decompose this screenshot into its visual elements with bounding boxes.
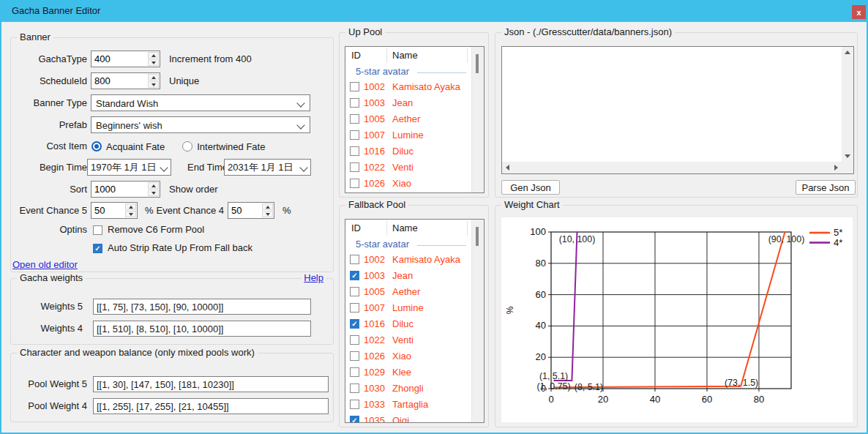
end-time-picker[interactable]: 2031年 1月 1日 [224, 159, 311, 176]
up-pool-scrollbar[interactable] [471, 47, 484, 192]
weights-4-input[interactable] [93, 321, 311, 337]
row-checkbox[interactable] [350, 335, 359, 345]
spinner-down-button[interactable] [125, 211, 136, 217]
row-checkbox[interactable] [350, 162, 359, 172]
spinner-down-button[interactable] [148, 81, 159, 88]
close-button[interactable]: x [852, 5, 866, 19]
row-checkbox[interactable] [350, 303, 359, 313]
row-checkbox[interactable] [350, 98, 359, 108]
row-checkbox[interactable] [350, 255, 359, 264]
row-checkbox[interactable]: ✓ [350, 416, 359, 422]
pool-row[interactable]: 1007Lumine [345, 300, 472, 316]
row-checkbox[interactable] [350, 351, 359, 361]
begin-time-picker[interactable]: 1970年 1月 1日 [87, 159, 171, 176]
row-checkbox[interactable]: ✓ [350, 319, 359, 329]
pool-row[interactable]: 1022Venti [345, 160, 472, 176]
up-pool-group-title: Up Pool [345, 26, 385, 37]
spinner-up-button[interactable] [148, 74, 159, 81]
gacha-weights-group-title: Gacha weights [17, 272, 86, 283]
pool-row[interactable]: 1030Zhongli [345, 381, 472, 397]
pool-row[interactable]: 1002Kamisato Ayaka [345, 79, 472, 95]
spinner-up-button[interactable] [148, 52, 159, 59]
schedule-id-stepper[interactable] [91, 72, 160, 89]
remove-c6-checkbox[interactable] [93, 225, 102, 235]
scrollbar-thumb[interactable] [476, 227, 479, 246]
row-checkbox[interactable] [350, 130, 359, 140]
pool-row[interactable]: 1033Tartaglia [345, 397, 472, 413]
row-checkbox[interactable] [350, 82, 359, 91]
spinner-up-button[interactable] [262, 203, 273, 210]
scroll-left-icon[interactable] [506, 165, 509, 171]
auto-strip-label[interactable]: Auto Strip Rate Up From Fall back [108, 242, 252, 255]
x-tick-label: 0 [548, 394, 553, 405]
banner-type-select[interactable]: Standard Wish [91, 94, 310, 111]
fallback-pool-list[interactable]: IDName5-star avatar1002Kamisato Ayaka✓10… [345, 219, 484, 423]
pool-row[interactable]: ✓1016Diluc [345, 316, 472, 332]
event-chance-4-stepper[interactable] [228, 202, 274, 219]
row-checkbox[interactable] [350, 287, 359, 296]
row-name: Lumine [392, 302, 424, 313]
gacha-weights-group: Gacha weights Help Weights 5 Weights 4 [10, 278, 334, 345]
event-chance-5-input[interactable] [91, 203, 127, 218]
pool-row[interactable]: 1002Kamisato Ayaka [345, 252, 472, 268]
event-chance-5-stepper[interactable] [91, 202, 138, 219]
pool-row[interactable]: 1029Klee [345, 364, 472, 381]
auto-strip-checkbox[interactable]: ✓ [93, 244, 102, 253]
spinner-down-button[interactable] [262, 211, 273, 217]
open-old-editor-link[interactable]: Open old editor [12, 259, 78, 270]
sort-stepper[interactable] [91, 181, 160, 198]
row-checkbox[interactable] [350, 400, 359, 409]
pool-weight-4-input[interactable] [93, 398, 329, 414]
radio-intertwined-fate[interactable] [182, 141, 192, 151]
scroll-up-icon[interactable] [845, 50, 850, 54]
json-hscrollbar[interactable] [502, 162, 842, 173]
sort-input[interactable] [91, 182, 150, 197]
row-checkbox[interactable] [350, 367, 359, 377]
title-bar[interactable]: Gacha Banner Editor x [0, 0, 868, 22]
weights-5-input[interactable] [93, 299, 311, 315]
json-vscrollbar[interactable] [842, 47, 853, 162]
prefab-select[interactable]: Beginners' wish [91, 116, 310, 133]
pool-weight-5-input[interactable] [93, 376, 329, 392]
up-pool-list[interactable]: IDName5-star avatar1002Kamisato Ayaka100… [345, 46, 484, 193]
pool-row[interactable]: 1005Aether [345, 284, 472, 300]
pool-row[interactable]: ✓1003Jean [345, 268, 472, 284]
scroll-right-icon[interactable] [834, 165, 838, 171]
pool-row[interactable]: ✓1035Qiqi [345, 413, 472, 422]
pool-col-header-id[interactable]: ID [351, 222, 361, 233]
pool-col-header-name[interactable]: Name [392, 222, 418, 233]
spinner-down-button[interactable] [148, 59, 159, 66]
pool-row[interactable]: 1026Xiao [345, 176, 472, 192]
pool-col-header-name[interactable]: Name [392, 50, 418, 61]
parse-json-button[interactable]: Parse Json [796, 180, 856, 195]
scrollbar-thumb[interactable] [476, 54, 479, 73]
row-checkbox[interactable]: ✓ [350, 271, 359, 280]
radio-intertwined-fate-label[interactable]: Intertwined Fate [197, 141, 265, 152]
row-checkbox[interactable] [350, 179, 359, 188]
pool-row[interactable]: 1022Venti [345, 332, 472, 348]
row-checkbox[interactable] [350, 146, 359, 156]
row-checkbox[interactable] [350, 384, 359, 393]
radio-acquaint-fate-label[interactable]: Acquaint Fate [106, 141, 165, 152]
scroll-down-icon[interactable] [845, 154, 850, 158]
pool-row[interactable]: 1016Diluc [345, 143, 472, 160]
spinner-up-button[interactable] [125, 203, 136, 210]
pool-row[interactable]: 1007Lumine [345, 127, 472, 143]
spinner-down-button[interactable] [148, 190, 159, 196]
gacha-type-input[interactable] [91, 51, 150, 67]
json-textarea[interactable] [502, 47, 842, 162]
event-chance-4-input[interactable] [228, 203, 264, 218]
pool-row[interactable]: 1003Jean [345, 95, 472, 111]
fallback-pool-scrollbar[interactable] [471, 220, 484, 422]
help-link[interactable]: Help [302, 272, 326, 283]
schedule-id-input[interactable] [91, 73, 150, 89]
gen-json-button[interactable]: Gen Json [501, 180, 560, 195]
pool-row[interactable]: 1026Xiao [345, 348, 472, 364]
pool-row[interactable]: 1005Aether [345, 111, 472, 127]
row-checkbox[interactable] [350, 114, 359, 124]
pool-col-header-id[interactable]: ID [351, 50, 361, 61]
remove-c6-label[interactable]: Remove C6 Form Pool [108, 223, 204, 236]
gacha-type-stepper[interactable] [91, 50, 160, 67]
spinner-up-button[interactable] [148, 182, 159, 189]
radio-acquaint-fate[interactable] [91, 141, 102, 151]
